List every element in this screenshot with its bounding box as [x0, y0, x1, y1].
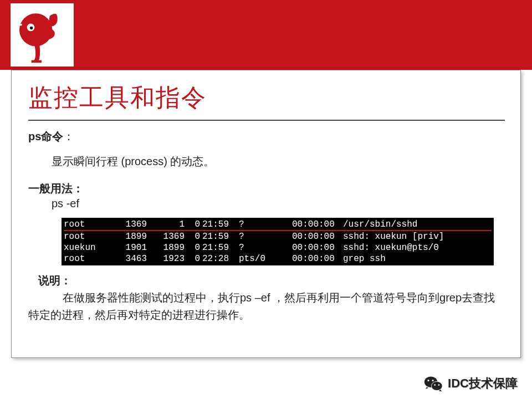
- svg-rect-4: [32, 60, 42, 63]
- terminal-cell: root: [64, 253, 112, 264]
- svg-point-2: [30, 27, 33, 29]
- terminal-row: root18991369021:59?00:00:00sshd: xuekun …: [64, 231, 492, 242]
- colon: ：: [63, 130, 74, 142]
- svg-point-10: [434, 384, 436, 386]
- terminal-cell: root: [64, 219, 112, 230]
- terminal-cell: ?: [239, 219, 292, 230]
- terminal-cell: 21:59: [202, 242, 239, 253]
- terminal-cell: 0: [188, 242, 202, 253]
- note-body: 在做服务器性能测试的过程中，执行ps –ef ，然后再利用一个管道符号导向到gr…: [28, 289, 505, 324]
- top-red-band: [0, 0, 532, 70]
- terminal-row: root34631923022:28pts/000:00:00grep ssh: [64, 253, 492, 264]
- terminal-cell: 3463: [112, 253, 150, 264]
- slide-body: ps命令： 显示瞬间行程 (process) 的动态。 一般用法： ps -ef…: [28, 126, 505, 324]
- terminal-row: xuekun19011899021:59?00:00:00sshd: xueku…: [64, 242, 492, 253]
- svg-point-9: [432, 380, 434, 381]
- terminal-cell: root: [64, 231, 112, 242]
- terminal-cell: 1369: [150, 231, 188, 242]
- terminal-cell: ?: [239, 231, 292, 242]
- terminal-cell: sshd: xuekun@pts/0: [343, 242, 492, 253]
- terminal-cell: 1923: [150, 253, 188, 264]
- terminal-output: root13691021:59?00:00:00/usr/sbin/sshdro…: [62, 218, 494, 265]
- terminal-cell: 0: [188, 253, 202, 264]
- terminal-cell: 1901: [112, 242, 150, 253]
- terminal-cell: 00:00:00: [292, 231, 343, 242]
- ps-heading: ps命令：: [28, 129, 505, 144]
- footer-text: IDC技术保障: [448, 375, 518, 392]
- slide: 监控工具和指令 ps命令： 显示瞬间行程 (process) 的动态。 一般用法…: [0, 0, 532, 399]
- terminal-cell: 21:59: [202, 231, 239, 242]
- terminal-row: root13691021:59?00:00:00/usr/sbin/sshd: [64, 219, 492, 230]
- colon: ：: [60, 274, 71, 287]
- terminal-cell: 1: [150, 219, 188, 230]
- slide-title: 监控工具和指令: [28, 81, 505, 121]
- terminal-cell: pts/0: [239, 253, 292, 264]
- terminal-wrap: root13691021:59?00:00:00/usr/sbin/sshdro…: [62, 218, 494, 265]
- terminal-cell: xuekun: [64, 242, 112, 253]
- footer: IDC技术保障: [0, 368, 532, 399]
- terminal-cell: 0: [188, 219, 202, 230]
- terminal-cell: grep ssh: [343, 253, 492, 264]
- terminal-cell: 0: [188, 231, 202, 242]
- terminal-cell: 00:00:00: [292, 242, 343, 253]
- svg-point-8: [427, 380, 429, 381]
- colon: ：: [73, 182, 84, 195]
- svg-point-3: [39, 28, 54, 39]
- terminal-cell: /usr/sbin/sshd: [343, 219, 492, 230]
- note-heading-text: 说明: [38, 274, 60, 287]
- terminal-cell: 1899: [150, 242, 188, 253]
- usage-heading-text: 一般用法: [28, 182, 73, 195]
- terminal-cell: 21:59: [202, 219, 239, 230]
- terminal-cell: 22:28: [202, 253, 239, 264]
- ps-desc: 显示瞬间行程 (process) 的动态。: [52, 154, 505, 169]
- note-heading: 说明：: [38, 273, 505, 288]
- terminal-cell: sshd: xuekun [priv]: [343, 231, 492, 242]
- svg-point-11: [438, 384, 440, 386]
- ps-heading-text: ps命令: [28, 130, 63, 142]
- terminal-cell: 1369: [112, 219, 150, 230]
- note-body-text: 在做服务器性能测试的过程中，执行ps –ef ，然后再利用一个管道符号导向到gr…: [28, 289, 505, 324]
- usage-heading: 一般用法：: [28, 181, 505, 196]
- usage-cmd: ps -ef: [52, 197, 505, 210]
- terminal-cell: 00:00:00: [292, 253, 343, 264]
- joy-dog-logo: [11, 3, 74, 66]
- terminal-cell: 1899: [112, 231, 150, 242]
- content-card: 监控工具和指令 ps命令： 显示瞬间行程 (process) 的动态。 一般用法…: [11, 70, 521, 358]
- terminal-cell: ?: [239, 242, 292, 253]
- terminal-cell: 00:00:00: [292, 219, 343, 230]
- wechat-icon: [423, 374, 443, 393]
